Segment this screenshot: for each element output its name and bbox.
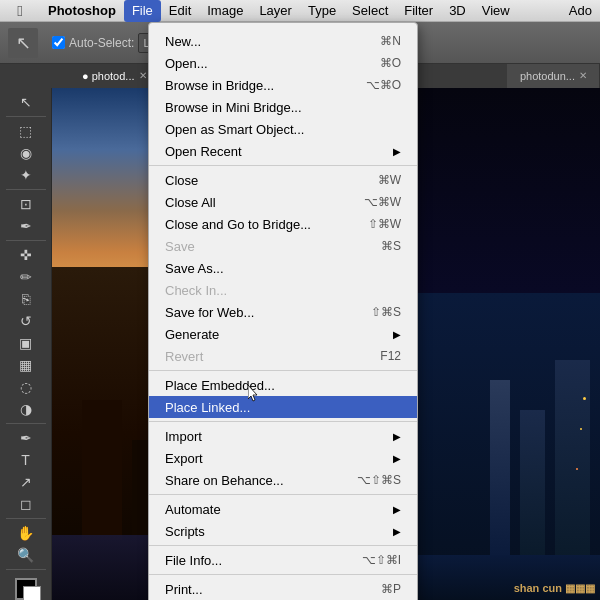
menu-generate[interactable]: Generate ▶ [149,323,417,345]
menu-close[interactable]: Close ⌘W [149,169,417,191]
menu-import[interactable]: Import ▶ [149,425,417,447]
menu-file-info-label: File Info... [165,553,342,568]
menu-generate-arrow: ▶ [393,329,401,340]
menu-open-recent[interactable]: Open Recent ▶ [149,140,417,162]
menu-close-label: Close [165,173,358,188]
menu-open-shortcut: ⌘O [380,56,401,70]
tool-shape[interactable]: ◻ [13,494,39,514]
foreground-color[interactable] [15,578,37,600]
menu-file[interactable]: File [124,0,161,22]
menu-section-save: Close ⌘W Close All ⌥⌘W Close and Go to B… [149,166,417,371]
menu-save-web[interactable]: Save for Web... ⇧⌘S [149,301,417,323]
menu-open[interactable]: Open... ⌘O [149,52,417,74]
apple-icon[interactable]:  [0,2,40,19]
file-menu-dropdown[interactable]: New... ⌘N Open... ⌘O Browse in Bridge...… [148,22,418,600]
menu-browse-mini-bridge-label: Browse in Mini Bridge... [165,100,381,115]
background-color[interactable] [23,586,41,600]
tool-type[interactable]: T [13,450,39,470]
menu-close-shortcut: ⌘W [378,173,401,187]
menu-open-recent-arrow: ▶ [393,146,401,157]
menu-file-info-shortcut: ⌥⇧⌘I [362,553,401,567]
auto-select-checkbox[interactable] [52,36,65,49]
menu-close-bridge-shortcut: ⇧⌘W [368,217,401,231]
tool-lasso[interactable]: ◉ [13,143,39,163]
menu-view[interactable]: View [474,0,518,22]
menu-section-open: New... ⌘N Open... ⌘O Browse in Bridge...… [149,27,417,166]
menu-scripts-arrow: ▶ [393,526,401,537]
menu-bar:  Photoshop File Edit Image Layer Type S… [0,0,600,22]
menu-share-behance-label: Share on Behance... [165,473,337,488]
menu-automate-label: Automate [165,502,393,517]
tool-eyedropper[interactable]: ✒ [13,216,39,236]
menu-new[interactable]: New... ⌘N [149,30,417,52]
menu-browse-bridge-shortcut: ⌥⌘O [366,78,401,92]
tab-photodun[interactable]: photodun... ✕ [508,64,600,88]
menu-browse-bridge[interactable]: Browse in Bridge... ⌥⌘O [149,74,417,96]
menu-revert-shortcut: F12 [380,349,401,363]
menu-3d[interactable]: 3D [441,0,474,22]
menu-image[interactable]: Image [199,0,251,22]
menu-section-place: Place Embedded... Place Linked... [149,371,417,422]
tab-photod[interactable]: ● photod... ✕ [70,64,160,88]
tool-blur[interactable]: ◌ [13,377,39,397]
menu-save-web-label: Save for Web... [165,305,351,320]
tool-gradient[interactable]: ▦ [13,355,39,375]
menu-save-label: Save [165,239,361,254]
menu-print[interactable]: Print... ⌘P [149,578,417,600]
tab-photod-close[interactable]: ✕ [139,64,147,88]
menu-browse-mini-bridge[interactable]: Browse in Mini Bridge... [149,96,417,118]
menu-scripts-label: Scripts [165,524,393,539]
menu-type[interactable]: Type [300,0,344,22]
menu-check-in: Check In... [149,279,417,301]
menu-edit[interactable]: Edit [161,0,199,22]
move-tool-icon[interactable]: ↖ [8,28,38,58]
menu-section-print: Print... ⌘P Print One Copy [149,575,417,600]
tab-photodun-label: photodun... [520,64,575,88]
menu-place-linked-label: Place Linked... [165,400,381,415]
tool-history[interactable]: ↺ [13,311,39,331]
tool-pen[interactable]: ✒ [13,428,39,448]
menu-layer[interactable]: Layer [251,0,300,22]
menu-share-behance-shortcut: ⌥⇧⌘S [357,473,401,487]
tool-path-select[interactable]: ↗ [13,472,39,492]
menu-place-embedded[interactable]: Place Embedded... [149,374,417,396]
menu-close-all-shortcut: ⌥⌘W [364,195,401,209]
tab-photodun-close[interactable]: ✕ [579,64,587,88]
menu-section-fileinfo: File Info... ⌥⇧⌘I [149,546,417,575]
menu-share-behance[interactable]: Share on Behance... ⌥⇧⌘S [149,469,417,491]
tool-marquee[interactable]: ⬚ [13,121,39,141]
menu-open-smart-object[interactable]: Open as Smart Object... [149,118,417,140]
tool-hand[interactable]: ✋ [13,523,39,543]
tool-crop[interactable]: ⊡ [13,194,39,214]
tool-move[interactable]: ↖ [13,92,39,112]
menu-export-label: Export [165,451,393,466]
menu-place-linked[interactable]: Place Linked... [149,396,417,418]
menu-export[interactable]: Export ▶ [149,447,417,469]
menu-print-label: Print... [165,582,361,597]
tool-eraser[interactable]: ▣ [13,333,39,353]
menu-close-bridge[interactable]: Close and Go to Bridge... ⇧⌘W [149,213,417,235]
menubar-right-text: Ado [569,3,600,18]
menu-save-shortcut: ⌘S [381,239,401,253]
tool-zoom[interactable]: 🔍 [13,545,39,565]
menu-section-import: Import ▶ Export ▶ Share on Behance... ⌥⇧… [149,422,417,495]
menu-scripts[interactable]: Scripts ▶ [149,520,417,542]
menu-select[interactable]: Select [344,0,396,22]
tool-quick-select[interactable]: ✦ [13,165,39,185]
menu-new-shortcut: ⌘N [380,34,401,48]
menu-check-in-label: Check In... [165,283,381,298]
menu-automate[interactable]: Automate ▶ [149,498,417,520]
menu-open-smart-object-label: Open as Smart Object... [165,122,381,137]
tool-healing[interactable]: ✜ [13,245,39,265]
menu-place-embedded-label: Place Embedded... [165,378,381,393]
tool-dodge[interactable]: ◑ [13,399,39,419]
tool-clone[interactable]: ⎘ [13,289,39,309]
toolbox: ↖ ⬚ ◉ ✦ ⊡ ✒ ✜ ✏ ⎘ ↺ ▣ ▦ ◌ ◑ ✒ T ↗ ◻ ✋ 🔍 [0,88,52,600]
menu-file-info[interactable]: File Info... ⌥⇧⌘I [149,549,417,571]
menu-close-all[interactable]: Close All ⌥⌘W [149,191,417,213]
tool-brush[interactable]: ✏ [13,267,39,287]
menu-section-automate: Automate ▶ Scripts ▶ [149,495,417,546]
watermark: shan cun ▦▦▦ [514,582,595,595]
menu-filter[interactable]: Filter [396,0,441,22]
menu-save-as[interactable]: Save As... [149,257,417,279]
